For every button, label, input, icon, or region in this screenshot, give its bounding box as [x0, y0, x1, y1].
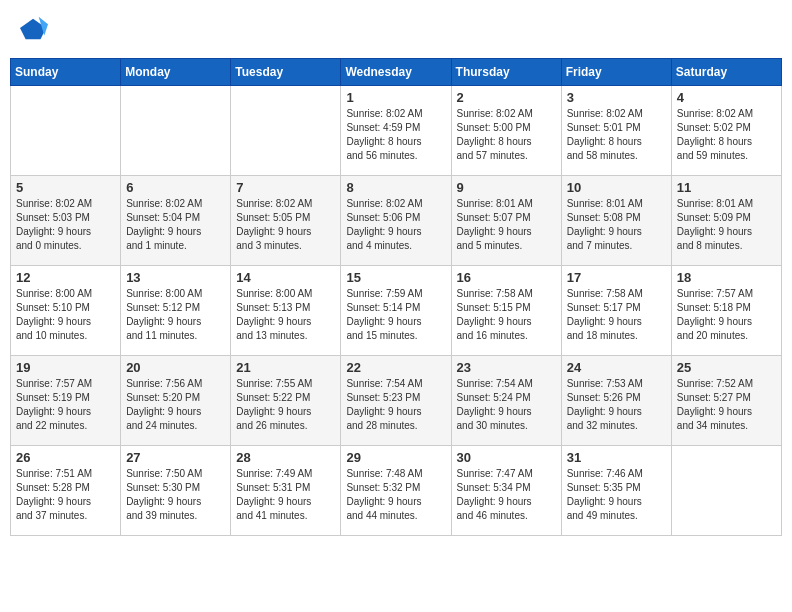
- day-number: 19: [16, 360, 115, 375]
- day-info: Sunrise: 8:02 AM Sunset: 5:06 PM Dayligh…: [346, 197, 445, 253]
- day-info: Sunrise: 8:02 AM Sunset: 5:03 PM Dayligh…: [16, 197, 115, 253]
- calendar-week-row: 5Sunrise: 8:02 AM Sunset: 5:03 PM Daylig…: [11, 176, 782, 266]
- day-number: 18: [677, 270, 776, 285]
- calendar-table: SundayMondayTuesdayWednesdayThursdayFrid…: [10, 58, 782, 536]
- calendar-day-27: 27Sunrise: 7:50 AM Sunset: 5:30 PM Dayli…: [121, 446, 231, 536]
- calendar-day-24: 24Sunrise: 7:53 AM Sunset: 5:26 PM Dayli…: [561, 356, 671, 446]
- day-header-tuesday: Tuesday: [231, 59, 341, 86]
- calendar-day-13: 13Sunrise: 8:00 AM Sunset: 5:12 PM Dayli…: [121, 266, 231, 356]
- page-header: [10, 10, 782, 48]
- day-number: 7: [236, 180, 335, 195]
- day-info: Sunrise: 7:57 AM Sunset: 5:19 PM Dayligh…: [16, 377, 115, 433]
- day-info: Sunrise: 7:56 AM Sunset: 5:20 PM Dayligh…: [126, 377, 225, 433]
- calendar-week-row: 12Sunrise: 8:00 AM Sunset: 5:10 PM Dayli…: [11, 266, 782, 356]
- calendar-day-18: 18Sunrise: 7:57 AM Sunset: 5:18 PM Dayli…: [671, 266, 781, 356]
- day-number: 6: [126, 180, 225, 195]
- day-info: Sunrise: 8:01 AM Sunset: 5:08 PM Dayligh…: [567, 197, 666, 253]
- calendar-day-2: 2Sunrise: 8:02 AM Sunset: 5:00 PM Daylig…: [451, 86, 561, 176]
- day-number: 2: [457, 90, 556, 105]
- day-number: 3: [567, 90, 666, 105]
- day-header-monday: Monday: [121, 59, 231, 86]
- day-info: Sunrise: 8:02 AM Sunset: 5:05 PM Dayligh…: [236, 197, 335, 253]
- day-number: 13: [126, 270, 225, 285]
- day-info: Sunrise: 7:58 AM Sunset: 5:17 PM Dayligh…: [567, 287, 666, 343]
- calendar-empty-cell: [231, 86, 341, 176]
- calendar-day-29: 29Sunrise: 7:48 AM Sunset: 5:32 PM Dayli…: [341, 446, 451, 536]
- day-info: Sunrise: 7:46 AM Sunset: 5:35 PM Dayligh…: [567, 467, 666, 523]
- day-info: Sunrise: 7:54 AM Sunset: 5:24 PM Dayligh…: [457, 377, 556, 433]
- calendar-day-6: 6Sunrise: 8:02 AM Sunset: 5:04 PM Daylig…: [121, 176, 231, 266]
- calendar-day-25: 25Sunrise: 7:52 AM Sunset: 5:27 PM Dayli…: [671, 356, 781, 446]
- day-header-saturday: Saturday: [671, 59, 781, 86]
- day-number: 29: [346, 450, 445, 465]
- calendar-day-4: 4Sunrise: 8:02 AM Sunset: 5:02 PM Daylig…: [671, 86, 781, 176]
- calendar-day-17: 17Sunrise: 7:58 AM Sunset: 5:17 PM Dayli…: [561, 266, 671, 356]
- logo-icon: [20, 15, 48, 43]
- day-info: Sunrise: 7:52 AM Sunset: 5:27 PM Dayligh…: [677, 377, 776, 433]
- day-number: 25: [677, 360, 776, 375]
- day-info: Sunrise: 7:50 AM Sunset: 5:30 PM Dayligh…: [126, 467, 225, 523]
- day-number: 10: [567, 180, 666, 195]
- day-header-friday: Friday: [561, 59, 671, 86]
- day-info: Sunrise: 8:00 AM Sunset: 5:12 PM Dayligh…: [126, 287, 225, 343]
- day-info: Sunrise: 8:02 AM Sunset: 5:01 PM Dayligh…: [567, 107, 666, 163]
- day-number: 1: [346, 90, 445, 105]
- day-info: Sunrise: 8:02 AM Sunset: 4:59 PM Dayligh…: [346, 107, 445, 163]
- day-number: 22: [346, 360, 445, 375]
- day-header-thursday: Thursday: [451, 59, 561, 86]
- calendar-week-row: 26Sunrise: 7:51 AM Sunset: 5:28 PM Dayli…: [11, 446, 782, 536]
- calendar-day-15: 15Sunrise: 7:59 AM Sunset: 5:14 PM Dayli…: [341, 266, 451, 356]
- calendar-header-row: SundayMondayTuesdayWednesdayThursdayFrid…: [11, 59, 782, 86]
- day-number: 15: [346, 270, 445, 285]
- day-info: Sunrise: 7:57 AM Sunset: 5:18 PM Dayligh…: [677, 287, 776, 343]
- day-header-sunday: Sunday: [11, 59, 121, 86]
- day-number: 17: [567, 270, 666, 285]
- day-number: 14: [236, 270, 335, 285]
- calendar-day-8: 8Sunrise: 8:02 AM Sunset: 5:06 PM Daylig…: [341, 176, 451, 266]
- calendar-empty-cell: [671, 446, 781, 536]
- day-info: Sunrise: 7:48 AM Sunset: 5:32 PM Dayligh…: [346, 467, 445, 523]
- day-number: 21: [236, 360, 335, 375]
- calendar-day-23: 23Sunrise: 7:54 AM Sunset: 5:24 PM Dayli…: [451, 356, 561, 446]
- day-info: Sunrise: 7:53 AM Sunset: 5:26 PM Dayligh…: [567, 377, 666, 433]
- day-info: Sunrise: 8:02 AM Sunset: 5:02 PM Dayligh…: [677, 107, 776, 163]
- day-number: 28: [236, 450, 335, 465]
- calendar-day-30: 30Sunrise: 7:47 AM Sunset: 5:34 PM Dayli…: [451, 446, 561, 536]
- calendar-day-5: 5Sunrise: 8:02 AM Sunset: 5:03 PM Daylig…: [11, 176, 121, 266]
- calendar-day-7: 7Sunrise: 8:02 AM Sunset: 5:05 PM Daylig…: [231, 176, 341, 266]
- calendar-day-26: 26Sunrise: 7:51 AM Sunset: 5:28 PM Dayli…: [11, 446, 121, 536]
- day-info: Sunrise: 7:47 AM Sunset: 5:34 PM Dayligh…: [457, 467, 556, 523]
- day-info: Sunrise: 8:02 AM Sunset: 5:04 PM Dayligh…: [126, 197, 225, 253]
- day-info: Sunrise: 8:00 AM Sunset: 5:10 PM Dayligh…: [16, 287, 115, 343]
- day-info: Sunrise: 7:58 AM Sunset: 5:15 PM Dayligh…: [457, 287, 556, 343]
- day-info: Sunrise: 7:51 AM Sunset: 5:28 PM Dayligh…: [16, 467, 115, 523]
- calendar-day-21: 21Sunrise: 7:55 AM Sunset: 5:22 PM Dayli…: [231, 356, 341, 446]
- calendar-day-9: 9Sunrise: 8:01 AM Sunset: 5:07 PM Daylig…: [451, 176, 561, 266]
- day-info: Sunrise: 7:49 AM Sunset: 5:31 PM Dayligh…: [236, 467, 335, 523]
- day-number: 9: [457, 180, 556, 195]
- day-info: Sunrise: 7:55 AM Sunset: 5:22 PM Dayligh…: [236, 377, 335, 433]
- day-number: 11: [677, 180, 776, 195]
- calendar-week-row: 1Sunrise: 8:02 AM Sunset: 4:59 PM Daylig…: [11, 86, 782, 176]
- day-number: 16: [457, 270, 556, 285]
- day-number: 26: [16, 450, 115, 465]
- day-info: Sunrise: 8:02 AM Sunset: 5:00 PM Dayligh…: [457, 107, 556, 163]
- calendar-day-31: 31Sunrise: 7:46 AM Sunset: 5:35 PM Dayli…: [561, 446, 671, 536]
- day-number: 4: [677, 90, 776, 105]
- calendar-day-19: 19Sunrise: 7:57 AM Sunset: 5:19 PM Dayli…: [11, 356, 121, 446]
- day-number: 27: [126, 450, 225, 465]
- calendar-day-11: 11Sunrise: 8:01 AM Sunset: 5:09 PM Dayli…: [671, 176, 781, 266]
- day-info: Sunrise: 7:59 AM Sunset: 5:14 PM Dayligh…: [346, 287, 445, 343]
- calendar-day-10: 10Sunrise: 8:01 AM Sunset: 5:08 PM Dayli…: [561, 176, 671, 266]
- day-number: 5: [16, 180, 115, 195]
- calendar-day-22: 22Sunrise: 7:54 AM Sunset: 5:23 PM Dayli…: [341, 356, 451, 446]
- day-number: 24: [567, 360, 666, 375]
- calendar-day-3: 3Sunrise: 8:02 AM Sunset: 5:01 PM Daylig…: [561, 86, 671, 176]
- logo: [20, 15, 52, 43]
- day-number: 8: [346, 180, 445, 195]
- calendar-day-14: 14Sunrise: 8:00 AM Sunset: 5:13 PM Dayli…: [231, 266, 341, 356]
- calendar-empty-cell: [11, 86, 121, 176]
- day-info: Sunrise: 8:01 AM Sunset: 5:07 PM Dayligh…: [457, 197, 556, 253]
- day-info: Sunrise: 7:54 AM Sunset: 5:23 PM Dayligh…: [346, 377, 445, 433]
- day-number: 12: [16, 270, 115, 285]
